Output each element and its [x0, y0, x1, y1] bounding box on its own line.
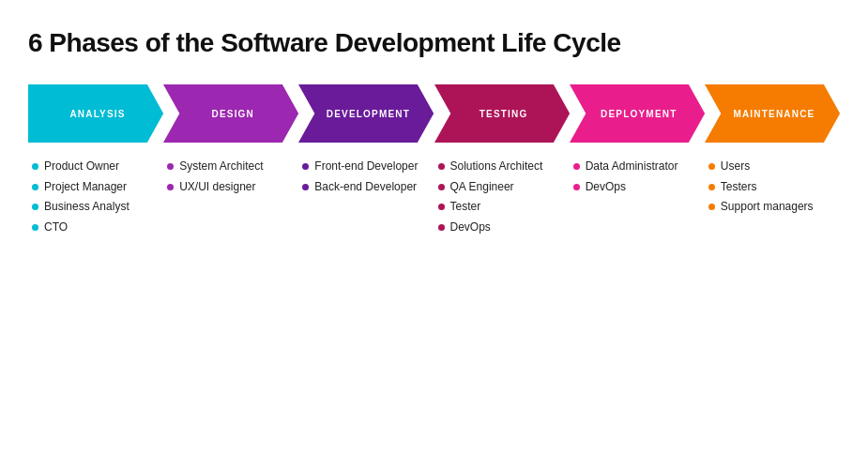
page: 6 Phases of the Software Development Lif… — [0, 0, 868, 469]
role-text: Testers — [721, 180, 757, 195]
arrow-design: DESIGN — [163, 84, 298, 143]
roles-col-testing: Solutions ArchitectQA EngineerTesterDevO… — [434, 159, 570, 234]
role-dot — [32, 184, 38, 190]
role-dot — [167, 184, 174, 190]
role-dot — [32, 163, 38, 170]
role-text: System Architect — [179, 159, 263, 174]
role-text: QA Engineer — [450, 180, 514, 195]
roles-col-analysis: Product OwnerProject ManagerBusiness Ana… — [28, 159, 163, 234]
role-item: Product Owner — [32, 159, 163, 174]
role-item: System Architect — [167, 159, 298, 174]
phase-label-analysis: ANALYSIS — [66, 109, 125, 119]
role-text: DevOps — [586, 180, 626, 195]
role-item: Back-end Developer — [302, 180, 434, 195]
role-text: Front-end Developer — [314, 159, 418, 174]
role-dot — [167, 163, 174, 170]
role-dot — [302, 163, 309, 170]
role-item: Support managers — [708, 200, 840, 215]
roles-col-design: System ArchitectUX/UI designer — [163, 159, 298, 234]
role-text: Users — [721, 159, 750, 174]
role-text: Business Analyst — [44, 200, 129, 215]
role-item: Business Analyst — [32, 200, 163, 215]
arrow-shape-deployment: DEPLOYMENT — [570, 84, 705, 143]
roles-col-maintenance: UsersTestersSupport managers — [705, 159, 840, 234]
role-item: Users — [708, 159, 840, 174]
role-item: Tester — [438, 200, 570, 215]
role-text: Project Manager — [44, 180, 127, 195]
arrow-maintenance: MAINTENANCE — [705, 84, 840, 143]
role-item: DevOps — [438, 220, 570, 235]
role-text: Back-end Developer — [314, 180, 417, 195]
arrow-shape-development: DEVELOPMENT — [298, 84, 434, 143]
role-item: Project Manager — [32, 180, 163, 195]
arrow-analysis: ANALYSIS — [28, 84, 163, 143]
role-dot — [708, 184, 715, 190]
role-item: UX/UI designer — [167, 180, 298, 195]
phase-label-maintenance: MAINTENANCE — [729, 109, 815, 119]
arrow-shape-analysis: ANALYSIS — [28, 84, 163, 143]
phase-label-design: DESIGN — [207, 109, 254, 119]
role-dot — [573, 163, 580, 170]
phase-label-development: DEVELOPMENT — [323, 109, 410, 119]
role-dot — [32, 224, 38, 231]
role-item: DevOps — [573, 180, 705, 195]
role-dot — [438, 204, 445, 210]
role-item: QA Engineer — [438, 180, 570, 195]
role-dot — [573, 184, 580, 190]
role-text: CTO — [44, 220, 68, 235]
phase-label-testing: TESTING — [476, 109, 528, 119]
role-dot — [708, 204, 715, 210]
role-dot — [302, 184, 309, 190]
arrow-shape-testing: TESTING — [434, 84, 570, 143]
phase-label-deployment: DEPLOYMENT — [597, 109, 677, 119]
roles-col-development: Front-end DeveloperBack-end Developer — [298, 159, 434, 234]
role-dot — [32, 204, 38, 210]
roles-row: Product OwnerProject ManagerBusiness Ana… — [28, 159, 840, 234]
role-item: Solutions Architect — [438, 159, 570, 174]
arrow-deployment: DEPLOYMENT — [570, 84, 705, 143]
arrows-row: ANALYSISDESIGNDEVELOPMENTTESTINGDEPLOYME… — [28, 84, 840, 143]
page-title: 6 Phases of the Software Development Lif… — [28, 28, 840, 58]
role-item: Front-end Developer — [302, 159, 434, 174]
arrow-shape-maintenance: MAINTENANCE — [705, 84, 840, 143]
arrow-testing: TESTING — [434, 84, 570, 143]
arrow-shape-design: DESIGN — [163, 84, 298, 143]
role-text: Data Administrator — [586, 159, 678, 174]
roles-col-deployment: Data AdministratorDevOps — [570, 159, 705, 234]
role-text: Product Owner — [44, 159, 119, 174]
role-text: Tester — [450, 200, 481, 215]
role-text: DevOps — [450, 220, 491, 235]
role-item: Testers — [708, 180, 840, 195]
role-text: Support managers — [721, 200, 814, 215]
role-item: Data Administrator — [573, 159, 705, 174]
arrow-development: DEVELOPMENT — [298, 84, 434, 143]
role-text: UX/UI designer — [179, 180, 255, 195]
role-dot — [438, 163, 445, 170]
role-dot — [438, 224, 445, 231]
phases-container: ANALYSISDESIGNDEVELOPMENTTESTINGDEPLOYME… — [28, 84, 840, 234]
role-item: CTO — [32, 220, 163, 235]
role-text: Solutions Architect — [450, 159, 543, 174]
role-dot — [708, 163, 715, 170]
role-dot — [438, 184, 445, 190]
